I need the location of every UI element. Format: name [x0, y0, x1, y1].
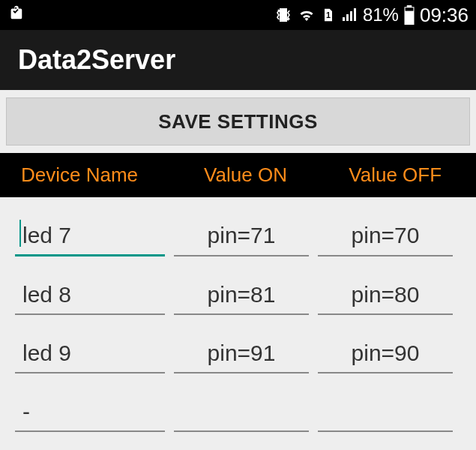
header-value-on: Value ON — [171, 164, 321, 187]
value-on-input[interactable] — [174, 394, 309, 432]
wifi-icon — [297, 6, 316, 24]
header-device-name: Device Name — [6, 164, 171, 187]
table-row: led 8pin=81pin=80 — [6, 256, 470, 315]
table-row: - — [6, 374, 470, 432]
battery-icon — [403, 5, 415, 25]
battery-text: 81% — [363, 4, 399, 26]
value-on-input[interactable]: pin=81 — [174, 278, 309, 315]
save-settings-button[interactable]: SAVE SETTINGS — [6, 98, 470, 146]
store-icon — [7, 4, 24, 26]
value-on-input[interactable]: pin=91 — [174, 336, 309, 374]
svg-rect-1 — [406, 8, 414, 10]
sim-icon: 1 — [321, 6, 336, 24]
value-off-input[interactable]: pin=90 — [318, 336, 453, 374]
device-name-input[interactable]: led 8 — [15, 278, 165, 315]
header-value-off: Value OFF — [320, 164, 470, 187]
svg-text:1: 1 — [326, 10, 331, 20]
device-name-input[interactable]: led 7 — [15, 218, 165, 256]
value-off-input[interactable]: pin=80 — [318, 278, 453, 315]
vibrate-icon — [274, 6, 292, 24]
status-bar: 1 81% 09:36 — [0, 0, 476, 30]
app-title: Data2Server — [18, 44, 175, 76]
table-row: led 7pin=71pin=70 — [6, 197, 470, 256]
table-header: Device Name Value ON Value OFF — [0, 153, 476, 197]
device-name-input[interactable]: - — [15, 394, 165, 432]
value-on-input[interactable]: pin=71 — [174, 218, 309, 256]
table-row: led 9pin=91pin=90 — [6, 315, 470, 374]
signal-icon — [340, 6, 358, 24]
value-off-input[interactable]: pin=70 — [318, 218, 453, 256]
clock-text: 09:36 — [420, 4, 469, 27]
app-title-bar: Data2Server — [0, 30, 476, 90]
value-off-input[interactable] — [318, 394, 453, 432]
status-right: 1 81% 09:36 — [274, 4, 469, 27]
table-body: led 7pin=71pin=70led 8pin=81pin=80led 9p… — [0, 197, 476, 432]
button-area: SAVE SETTINGS — [0, 90, 476, 153]
status-left — [7, 4, 24, 26]
device-name-input[interactable]: led 9 — [15, 336, 165, 374]
